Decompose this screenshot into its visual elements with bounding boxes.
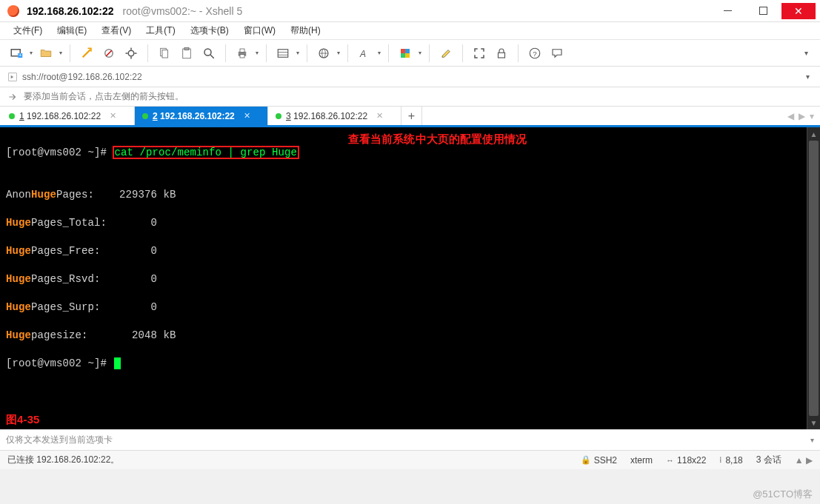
status-size: ↔118x22 — [666, 455, 706, 466]
input-dropdown-icon[interactable]: ▾ — [810, 436, 814, 444]
app-icon — [7, 5, 19, 17]
output-line: HugePages_Free: 0 — [6, 244, 817, 258]
arrow-add-icon[interactable] — [7, 92, 18, 102]
menu-edit[interactable]: 编辑(E) — [51, 23, 93, 38]
status-dot-icon — [9, 113, 15, 119]
output-line: HugePages_Surp: 0 — [6, 300, 817, 315]
tab-next-icon[interactable]: ▶ — [799, 111, 805, 121]
address-text[interactable]: ssh://root@192.168.26.102:22 — [22, 72, 142, 82]
send-input-bar[interactable]: 仅将文本发送到当前选项卡 ▾ — [0, 429, 820, 450]
tab-menu-icon[interactable]: ▾ — [810, 111, 814, 121]
dropdown-icon[interactable]: ▾ — [376, 50, 382, 56]
watermark: @51CTO博客 — [753, 488, 813, 501]
annotation-text: 查看当前系统中大页的配置使用情况 — [348, 132, 527, 146]
menu-window[interactable]: 窗口(W) — [238, 23, 281, 38]
tab-prev-icon[interactable]: ◀ — [787, 111, 794, 121]
svg-text:?: ? — [533, 49, 537, 57]
output-line: HugePages_Total: 0 — [6, 216, 817, 230]
address-dropdown-icon[interactable]: ▾ — [806, 73, 813, 81]
title-bar: 192.168.26.102:22 root@vms002:~ - Xshell… — [0, 0, 820, 22]
svg-line-15 — [210, 55, 214, 58]
toolbar-overflow-icon[interactable]: ▾ — [804, 49, 814, 57]
session-tab-3[interactable]: 3 192.168.26.102:22 ✕ — [268, 107, 401, 125]
help-icon[interactable]: ? — [524, 43, 545, 64]
tab-close-icon[interactable]: ✕ — [244, 111, 250, 121]
shell-prompt: [root@vms002 ~]# — [6, 147, 113, 158]
svg-rect-30 — [499, 53, 505, 58]
figure-label: 图4-35 — [6, 412, 40, 426]
copy-icon[interactable] — [154, 43, 175, 64]
status-menu-icon[interactable]: ▲ ▶ — [795, 455, 813, 466]
svg-rect-13 — [184, 47, 189, 50]
status-sessions: 3 会话 — [756, 454, 781, 466]
tab-close-icon[interactable]: ✕ — [376, 111, 383, 121]
dropdown-icon[interactable]: ▾ — [295, 50, 301, 56]
highlight-icon[interactable] — [436, 43, 456, 64]
window-title-sub: root@vms002:~ - Xshell 5 — [123, 5, 243, 17]
hint-bar: 要添加当前会话，点击左侧的箭头按钮。 — [0, 87, 820, 107]
session-tab-1[interactable]: 1 192.168.26.102:22 ✕ — [1, 107, 135, 125]
find-icon[interactable] — [199, 43, 219, 64]
status-dot-icon — [276, 113, 281, 119]
dropdown-icon[interactable]: ▾ — [336, 50, 341, 56]
svg-rect-11 — [162, 50, 168, 58]
hint-text: 要添加当前会话，点击左侧的箭头按钮。 — [24, 90, 184, 103]
paste-icon[interactable] — [176, 43, 197, 64]
bookmark-arrow-icon[interactable] — [7, 72, 18, 82]
size-icon: ↔ — [666, 456, 674, 465]
svg-point-14 — [204, 49, 211, 56]
input-placeholder: 仅将文本发送到当前选项卡 — [6, 434, 113, 446]
terminal[interactable]: [root@vms002 ~]# cat /proc/meminfo | gre… — [0, 127, 820, 429]
menu-view[interactable]: 查看(V) — [96, 23, 137, 38]
status-protocol: 🔒SSH2 — [581, 455, 617, 466]
dropdown-icon[interactable]: ▾ — [58, 50, 64, 56]
dropdown-icon[interactable]: ▾ — [28, 50, 34, 56]
fullscreen-icon[interactable] — [469, 43, 490, 64]
font-icon[interactable]: A — [354, 43, 375, 64]
scroll-up-icon[interactable]: ▲ — [807, 127, 820, 141]
svg-rect-28 — [401, 53, 405, 58]
scroll-down-icon[interactable]: ▼ — [807, 416, 820, 429]
session-tab-2[interactable]: 2 192.168.26.102:22 ✕ — [135, 107, 268, 125]
status-term-type: xterm — [630, 455, 653, 466]
menu-help[interactable]: 帮助(H) — [284, 23, 327, 38]
menu-tabs[interactable]: 选项卡(B) — [184, 23, 235, 38]
close-button[interactable]: ✕ — [781, 3, 816, 19]
output-line: AnonHugePages: 229376 kB — [6, 188, 817, 202]
scroll-thumb[interactable] — [809, 141, 819, 416]
cursor-icon — [114, 357, 121, 369]
dropdown-icon[interactable]: ▾ — [417, 50, 423, 56]
menu-file[interactable]: 文件(F) — [7, 23, 48, 38]
output-line: HugePages_Rsvd: 0 — [6, 272, 817, 286]
scrollbar[interactable]: ▲ ▼ — [807, 127, 820, 429]
svg-rect-27 — [405, 49, 410, 53]
encoding-icon[interactable] — [273, 43, 293, 64]
minimize-button[interactable] — [710, 3, 744, 19]
new-session-icon[interactable]: + — [6, 43, 27, 64]
shell-prompt: [root@vms002 ~]# — [6, 357, 113, 369]
status-cursor-pos: ⁞8,18 — [719, 455, 742, 466]
svg-rect-29 — [405, 53, 410, 58]
svg-text:+: + — [19, 52, 21, 57]
globe-icon[interactable] — [313, 43, 334, 64]
chat-icon[interactable] — [547, 43, 567, 64]
menu-tools[interactable]: 工具(T) — [140, 23, 181, 38]
window-title-main: 192.168.26.102:22 — [27, 5, 114, 17]
reconnect-icon[interactable] — [76, 43, 97, 64]
lock-icon[interactable] — [491, 43, 512, 64]
address-bar: ssh://root@192.168.26.102:22 ▾ — [0, 67, 820, 87]
maximize-button[interactable] — [746, 3, 780, 19]
lock-icon: 🔒 — [581, 455, 591, 465]
print-icon[interactable] — [232, 43, 253, 64]
status-bar: 已连接 192.168.26.102:22。 🔒SSH2 xterm ↔118x… — [0, 450, 820, 469]
disconnect-icon[interactable] — [99, 43, 119, 64]
properties-icon[interactable] — [121, 43, 141, 64]
tab-close-icon[interactable]: ✕ — [110, 111, 116, 121]
toolbar: + ▾ ▾ ▾ ▾ ▾ A ▾ ▾ ? ▾ — [0, 40, 820, 67]
new-tab-button[interactable]: + — [401, 107, 422, 125]
svg-rect-18 — [240, 54, 244, 58]
color-scheme-icon[interactable] — [395, 43, 416, 64]
open-icon[interactable] — [36, 43, 56, 64]
dropdown-icon[interactable]: ▾ — [254, 50, 260, 56]
terminal-wrap: [root@vms002 ~]# cat /proc/meminfo | gre… — [0, 127, 820, 429]
